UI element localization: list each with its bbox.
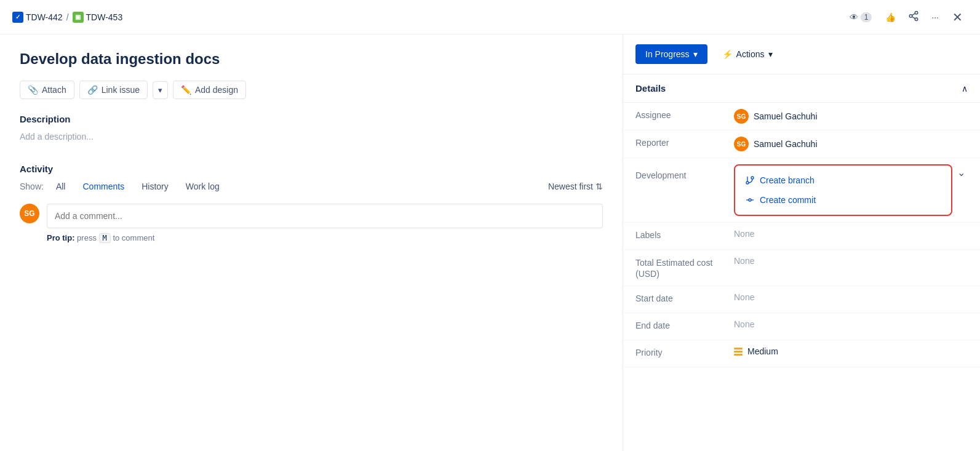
filter-history-button[interactable]: History xyxy=(137,179,173,194)
share-button[interactable] xyxy=(904,7,923,27)
svg-line-4 xyxy=(912,14,915,15)
filter-worklog-button[interactable]: Work log xyxy=(181,179,225,194)
priority-label: Priority xyxy=(635,346,734,357)
left-panel: Develop data ingestion docs 📎 Attach 🔗 L… xyxy=(0,34,623,451)
toolbar-dropdown-button[interactable]: ▾ xyxy=(153,81,168,99)
details-section: Details ∧ Assignee SG Samuel Gachuhi Rep… xyxy=(623,74,980,367)
create-commit-option[interactable]: Create commit xyxy=(735,190,951,210)
svg-line-3 xyxy=(912,17,915,18)
top-actions: 👁 1 👍 ··· ✕ xyxy=(845,7,968,27)
sort-label: Newest first xyxy=(548,182,593,191)
svg-point-6 xyxy=(751,177,754,179)
create-commit-label: Create commit xyxy=(760,195,816,205)
priority-row[interactable]: Priority Medium xyxy=(623,340,980,367)
development-dropdown: Create branch Create commit xyxy=(734,164,952,216)
end-date-value: None xyxy=(734,319,968,329)
attach-button[interactable]: 📎 Attach xyxy=(20,81,74,99)
toolbar: 📎 Attach 🔗 Link issue ▾ ✏️ Add design xyxy=(20,81,603,99)
assignee-label: Assignee xyxy=(635,109,734,120)
like-icon: 👍 xyxy=(885,12,896,22)
status-label: In Progress xyxy=(645,49,690,59)
start-date-value: None xyxy=(734,292,968,302)
attach-icon: 📎 xyxy=(28,85,38,95)
breadcrumb-parent[interactable]: ✓ TDW-442 xyxy=(12,12,63,23)
total-cost-value: None xyxy=(734,256,968,266)
close-button[interactable]: ✕ xyxy=(947,7,968,27)
details-rows: Assignee SG Samuel Gachuhi Reporter SG S… xyxy=(623,103,980,367)
development-expand-button[interactable]: ⌄ xyxy=(955,167,968,178)
total-cost-row[interactable]: Total Estimated cost (USD) None xyxy=(623,250,980,286)
actions-chevron-icon: ▾ xyxy=(768,49,773,59)
watch-button[interactable]: 👁 1 xyxy=(845,9,877,26)
add-design-button[interactable]: ✏️ Add design xyxy=(173,81,246,99)
create-branch-option[interactable]: Create branch xyxy=(735,170,951,190)
dev-options: Create branch Create commit xyxy=(734,164,952,216)
child-issue-icon: ▣ xyxy=(73,12,84,23)
user-avatar: SG xyxy=(20,204,39,223)
start-date-none: None xyxy=(734,292,754,302)
reporter-name: Samuel Gachuhi xyxy=(754,139,818,149)
commit-icon xyxy=(745,195,755,205)
sort-button[interactable]: Newest first ⇅ xyxy=(548,182,603,191)
priority-text: Medium xyxy=(747,346,778,356)
breadcrumb-child[interactable]: ▣ TDW-453 xyxy=(73,12,123,23)
labels-label: Labels xyxy=(635,229,734,240)
comment-input[interactable] xyxy=(47,204,603,228)
assignee-name: Samuel Gachuhi xyxy=(754,111,818,121)
filter-comments-button[interactable]: Comments xyxy=(78,179,129,194)
pro-tip: Pro tip: press M to comment xyxy=(47,233,603,243)
reporter-row[interactable]: Reporter SG Samuel Gachuhi xyxy=(623,130,980,158)
status-chevron-icon: ▾ xyxy=(693,49,698,59)
issue-title: Develop data ingestion docs xyxy=(20,49,603,68)
top-bar: ✓ TDW-442 / ▣ TDW-453 👁 1 👍 ··· xyxy=(0,0,980,34)
development-row: Development xyxy=(623,158,980,223)
comment-area: SG xyxy=(20,204,603,228)
close-icon: ✕ xyxy=(952,10,963,24)
parent-issue-id: TDW-442 xyxy=(26,12,63,22)
parent-issue-icon: ✓ xyxy=(12,12,23,23)
main-layout: Develop data ingestion docs 📎 Attach 🔗 L… xyxy=(0,34,980,451)
priority-icon xyxy=(734,348,743,356)
link-issue-button[interactable]: 🔗 Link issue xyxy=(79,81,148,99)
svg-point-0 xyxy=(915,12,918,15)
description-input[interactable]: Add a description... xyxy=(20,129,603,144)
keyboard-key-m: M xyxy=(99,233,111,243)
branch-icon xyxy=(745,175,755,185)
development-label: Development xyxy=(635,164,734,180)
watch-count: 1 xyxy=(861,12,872,22)
priority-value: Medium xyxy=(734,346,968,356)
total-cost-none: None xyxy=(734,256,754,266)
lightning-icon: ⚡ xyxy=(722,49,733,59)
actions-label: Actions xyxy=(736,49,765,59)
right-panel: In Progress ▾ ⚡ Actions ▾ Details ∧ Assi… xyxy=(623,34,980,451)
assignee-row[interactable]: Assignee SG Samuel Gachuhi xyxy=(623,103,980,130)
description-title: Description xyxy=(20,114,603,124)
filter-all-button[interactable]: All xyxy=(51,179,71,194)
svg-point-2 xyxy=(915,18,918,21)
reporter-label: Reporter xyxy=(635,137,734,148)
details-title: Details xyxy=(635,83,666,94)
details-header[interactable]: Details ∧ xyxy=(623,74,980,103)
activity-title: Activity xyxy=(20,164,603,174)
status-button[interactable]: In Progress ▾ xyxy=(635,44,707,64)
pro-tip-suffix: to comment xyxy=(113,233,154,242)
breadcrumb: ✓ TDW-442 / ▣ TDW-453 xyxy=(12,12,122,23)
more-button[interactable]: ··· xyxy=(928,9,942,26)
end-date-row[interactable]: End date None xyxy=(623,313,980,340)
share-icon xyxy=(908,10,919,23)
status-bar: In Progress ▾ ⚡ Actions ▾ xyxy=(623,34,980,74)
svg-point-1 xyxy=(910,15,913,18)
reporter-avatar: SG xyxy=(734,137,749,151)
assignee-avatar: SG xyxy=(734,109,749,124)
like-button[interactable]: 👍 xyxy=(882,9,899,26)
start-date-row[interactable]: Start date None xyxy=(623,286,980,313)
activity-section: Activity Show: All Comments History Work… xyxy=(20,164,603,243)
reporter-value: SG Samuel Gachuhi xyxy=(734,137,968,151)
total-cost-label: Total Estimated cost (USD) xyxy=(635,256,734,279)
child-issue-id: TDW-453 xyxy=(86,12,123,22)
link-icon: 🔗 xyxy=(87,85,98,95)
labels-none: None xyxy=(734,229,754,239)
design-icon: ✏️ xyxy=(181,85,191,95)
actions-button[interactable]: ⚡ Actions ▾ xyxy=(715,44,780,64)
labels-row[interactable]: Labels None xyxy=(623,223,980,250)
